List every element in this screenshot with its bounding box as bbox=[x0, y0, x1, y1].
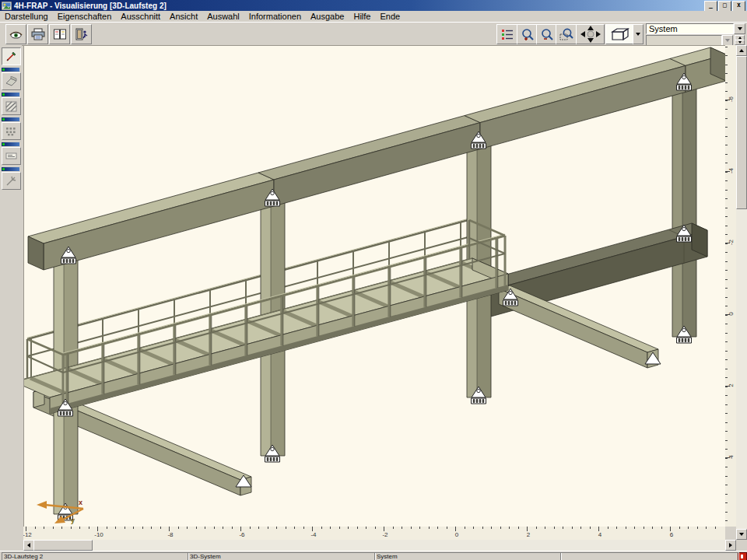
scroll-up-button[interactable] bbox=[736, 45, 747, 56]
ruler-tick bbox=[133, 527, 134, 529]
menu-item-ende[interactable]: Ende bbox=[375, 11, 405, 22]
ruler-tick bbox=[393, 527, 394, 529]
palette-mesh-view-button[interactable] bbox=[2, 122, 21, 140]
ruler-tick bbox=[725, 413, 728, 414]
menu-item-ausschnitt[interactable]: Ausschnitt bbox=[116, 11, 165, 22]
palette-measure-probe-button[interactable] bbox=[2, 172, 21, 190]
ruler-tick bbox=[348, 527, 349, 529]
palette-solid-render-button[interactable] bbox=[2, 72, 21, 90]
ruler-tick bbox=[429, 527, 430, 529]
visualize-eye-button[interactable] bbox=[5, 24, 26, 44]
ruler-tick bbox=[616, 527, 617, 529]
vertical-scrollbar[interactable] bbox=[736, 45, 747, 540]
ruler-tick bbox=[61, 527, 62, 529]
ruler-label: -2 bbox=[377, 531, 393, 538]
ruler-tick bbox=[634, 527, 635, 529]
ruler-tick bbox=[725, 91, 728, 92]
palette-hatch-fill-button[interactable] bbox=[2, 97, 21, 115]
ruler-tick bbox=[725, 82, 728, 83]
ruler-tick bbox=[491, 527, 492, 529]
palette-draw-mode-button[interactable] bbox=[2, 47, 21, 65]
ruler-tick bbox=[725, 109, 728, 110]
ruler-tick bbox=[44, 527, 44, 529]
zoom-in-button[interactable] bbox=[517, 24, 538, 44]
report-button[interactable] bbox=[49, 24, 70, 44]
pan-pad[interactable] bbox=[576, 24, 605, 44]
ruler-tick bbox=[572, 527, 573, 529]
ruler-tick bbox=[554, 527, 555, 529]
ruler-tick bbox=[725, 279, 728, 280]
pencil-icon bbox=[5, 51, 17, 62]
vertical-scroll-thumb[interactable] bbox=[736, 56, 747, 209]
view-selector-drop-button[interactable] bbox=[734, 23, 745, 34]
palette-group-cap[interactable] bbox=[2, 68, 19, 72]
menu-item-auswahl[interactable]: Auswahl bbox=[202, 11, 244, 22]
menu-item-hilfe[interactable]: Hilfe bbox=[349, 11, 375, 22]
projection-dropdown-button[interactable] bbox=[633, 24, 644, 44]
drawing-canvas[interactable]: x y bbox=[23, 45, 725, 527]
chevron-up-icon bbox=[738, 37, 742, 39]
ruler-label: 2 bbox=[728, 381, 735, 390]
ruler-tick bbox=[725, 163, 728, 163]
cube-icon bbox=[609, 27, 630, 41]
chevron-down-icon bbox=[738, 41, 742, 44]
label-tag-icon bbox=[5, 152, 17, 160]
projection-cube-button[interactable] bbox=[605, 24, 633, 44]
ruler-tick bbox=[725, 73, 728, 74]
print-button[interactable] bbox=[27, 24, 48, 44]
display-options-button[interactable] bbox=[496, 24, 517, 44]
ruler-tick bbox=[725, 55, 728, 56]
ruler-tick bbox=[725, 198, 728, 199]
view-selector-combo[interactable]: System bbox=[646, 23, 745, 34]
palette-group-cap[interactable] bbox=[2, 167, 19, 171]
ruler-tick bbox=[89, 527, 89, 529]
ruler-tick bbox=[509, 527, 510, 529]
palette-group-cap[interactable] bbox=[2, 117, 19, 121]
ruler-tick bbox=[725, 359, 728, 360]
menu-item-ansicht[interactable]: Ansicht bbox=[165, 11, 202, 22]
ruler-tick bbox=[250, 527, 251, 529]
title-bar[interactable]: 4H-FRAP - Visualisierung [3D-Laufsteg 2]… bbox=[0, 0, 747, 11]
ruler-label: -6 bbox=[728, 95, 735, 104]
ruler-tick bbox=[725, 306, 728, 306]
secondary-selector-drop-button[interactable] bbox=[722, 35, 733, 46]
horizontal-scroll-thumb[interactable] bbox=[33, 540, 93, 551]
close-button[interactable]: x bbox=[732, 1, 745, 12]
zoom-window-icon bbox=[559, 28, 573, 41]
ruler-label: 4 bbox=[728, 453, 735, 462]
ruler-tick bbox=[330, 527, 331, 529]
palette-numbering-button[interactable] bbox=[2, 147, 21, 165]
axis-x-label: x bbox=[79, 499, 82, 506]
horizontal-scrollbar[interactable] bbox=[23, 540, 735, 551]
ruler-tick bbox=[725, 154, 728, 155]
scroll-left-button[interactable] bbox=[23, 540, 34, 551]
scroll-right-button[interactable] bbox=[725, 540, 736, 551]
ruler-tick bbox=[142, 527, 143, 529]
chevron-down-icon bbox=[636, 33, 640, 36]
palette-group-cap[interactable] bbox=[2, 142, 19, 146]
menu-item-ausgabe[interactable]: Ausgabe bbox=[306, 11, 349, 22]
hatch-icon bbox=[5, 101, 17, 112]
zoom-window-button[interactable] bbox=[556, 24, 577, 44]
ruler-tick bbox=[679, 527, 680, 529]
palette-group-cap[interactable] bbox=[2, 93, 19, 96]
zoom-out-button[interactable] bbox=[536, 24, 557, 44]
ruler-tick bbox=[107, 527, 107, 529]
secondary-selector-combo[interactable] bbox=[646, 35, 733, 46]
maximize-button[interactable]: □ bbox=[718, 1, 731, 12]
ruler-tick bbox=[725, 270, 728, 271]
view-selector-value[interactable]: System bbox=[646, 23, 734, 34]
spinner-down-button[interactable] bbox=[735, 40, 745, 45]
spinner[interactable] bbox=[735, 35, 745, 45]
printer-icon bbox=[31, 28, 45, 40]
ruler-tick bbox=[196, 527, 197, 529]
ruler-label: -10 bbox=[91, 531, 107, 538]
menu-item-informationen[interactable]: Informationen bbox=[244, 11, 306, 22]
scroll-down-button[interactable] bbox=[736, 529, 747, 540]
exit-button[interactable] bbox=[71, 24, 92, 44]
minimize-button[interactable]: _ bbox=[704, 1, 717, 12]
axis-y-label: y bbox=[71, 516, 75, 524]
menu-item-darstellung[interactable]: Darstellung bbox=[0, 11, 53, 22]
menu-item-eigenschaften[interactable]: Eigenschaften bbox=[53, 11, 117, 22]
ruler-tick bbox=[411, 527, 412, 529]
